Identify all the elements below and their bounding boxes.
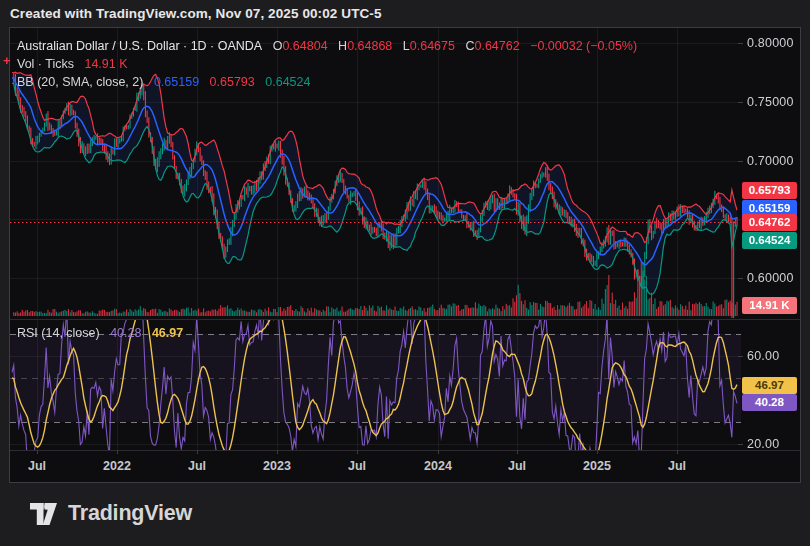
ohlc-close-value: 0.64762	[474, 39, 519, 53]
price-axis-badge: 0.64524	[742, 232, 797, 249]
ohlc-low-label: L	[403, 39, 410, 53]
time-axis-label: 2023	[263, 459, 291, 473]
ohlc-high-value: 0.64868	[347, 39, 392, 53]
time-axis-tick	[277, 450, 278, 454]
volume-value: 14.91 K	[84, 57, 127, 71]
price-axis-badge: 14.91 K	[742, 297, 797, 314]
price-axis-label: 0.80000	[747, 36, 794, 50]
price-axis-label: 0.75000	[747, 95, 794, 109]
price-axis-badge: 0.65793	[742, 182, 797, 199]
bb-label: BB (20, SMA, close, 2)	[17, 75, 143, 89]
ohlc-open-value: 0.64804	[282, 39, 327, 53]
tradingview-logo-text: TradingView	[68, 501, 192, 526]
time-axis-label: Jul	[508, 459, 526, 473]
price-axis-label-tick	[738, 161, 743, 162]
main-legend: Australian Dollar / U.S. Dollar · 1D · O…	[17, 37, 637, 91]
tradingview-logo-icon	[30, 503, 57, 525]
price-axis-badge: 0.64762	[742, 214, 797, 231]
time-axis-tick	[438, 450, 439, 454]
price-axis-label-tick	[738, 43, 743, 44]
plus-marker-icon[interactable]: +	[3, 53, 11, 68]
price-axis-label-tick	[738, 102, 743, 103]
bb-basis-value: 0.65159	[154, 75, 199, 89]
time-axis-label: 2024	[424, 459, 452, 473]
time-axis-label: Jul	[188, 459, 206, 473]
time-axis-tick	[197, 450, 198, 454]
time-axis-tick	[117, 450, 118, 454]
rsi-axis-label-tick	[738, 444, 743, 445]
rsi-axis-badge: 46.97	[742, 377, 797, 394]
time-axis-tick	[357, 450, 358, 454]
ohlc-high-label: H	[338, 39, 347, 53]
volume-label: Vol · Ticks	[17, 57, 74, 71]
time-axis-tick	[517, 450, 518, 454]
time-axis-label: Jul	[28, 459, 46, 473]
bb-legend-row[interactable]: BB (20, SMA, close, 2) 0.65159 0.65793 0…	[17, 73, 637, 91]
rsi-legend-row[interactable]: RSI (14, close) 40.28 46.97	[17, 325, 183, 341]
time-axis-label: 2022	[103, 459, 131, 473]
time-axis-label: Jul	[348, 459, 366, 473]
rsi-axis-label: 60.00	[747, 349, 779, 363]
time-axis-separator	[10, 450, 800, 451]
bb-lower-value: 0.64524	[265, 75, 310, 89]
tradingview-logo[interactable]: TradingView	[30, 501, 192, 526]
symbol-title: Australian Dollar / U.S. Dollar · 1D · O…	[17, 39, 262, 53]
pane-separator[interactable]	[10, 319, 800, 320]
banner-created-with: Created with TradingView.com, Nov 07, 20…	[10, 0, 382, 26]
ohlc-open-label: O	[273, 39, 283, 53]
time-axis-label: Jul	[668, 459, 686, 473]
symbol-legend-row[interactable]: Australian Dollar / U.S. Dollar · 1D · O…	[17, 37, 637, 55]
rsi-axis-label-tick	[738, 356, 743, 357]
ohlc-low-value: 0.64675	[410, 39, 455, 53]
price-axis-label-tick	[738, 278, 743, 279]
rsi-value: 40.28	[110, 326, 141, 340]
bb-upper-value: 0.65793	[210, 75, 255, 89]
rsi-label: RSI (14, close)	[17, 326, 100, 340]
rsi-axis-label: 20.00	[747, 437, 779, 451]
time-axis-tick	[37, 450, 38, 454]
rsi-ma-value: 46.97	[152, 326, 183, 340]
price-axis-label: 0.60000	[747, 271, 794, 285]
price-axis-label: 0.70000	[747, 154, 794, 168]
rsi-axis-badge: 40.28	[742, 394, 797, 411]
change-value: −0.00032 (−0.05%)	[530, 39, 637, 53]
time-axis-label: 2025	[583, 459, 611, 473]
volume-legend-row[interactable]: Vol · Ticks 14.91 K	[17, 55, 637, 73]
time-axis-tick	[677, 450, 678, 454]
time-axis-tick	[597, 450, 598, 454]
